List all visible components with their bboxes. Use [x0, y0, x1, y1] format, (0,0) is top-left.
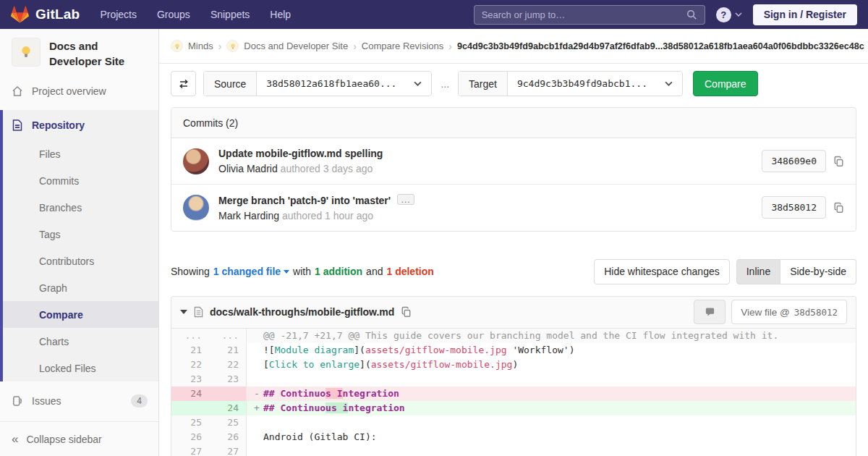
old-line-number[interactable]	[171, 401, 209, 415]
new-line-number[interactable]: 21	[209, 343, 247, 358]
old-line-number[interactable]: 22	[171, 358, 209, 372]
project-context-header[interactable]: Docs and Developer Site	[0, 29, 158, 77]
copy-file-path-button[interactable]	[401, 306, 412, 318]
ref-range-separator: ...	[441, 78, 449, 90]
group-avatar	[171, 40, 183, 52]
nav-link-projects[interactable]: Projects	[100, 9, 137, 20]
chevron-down-icon	[414, 81, 422, 86]
nav-link-snippets[interactable]: Snippets	[210, 9, 250, 20]
code-segment: [	[263, 359, 269, 370]
diff-view-toggle-group: Inline Side-by-side	[736, 259, 856, 284]
inline-view-button[interactable]: Inline	[736, 259, 780, 284]
breadcrumb-group[interactable]: Minds	[188, 41, 213, 51]
sidebar-item-repository[interactable]: Repository	[0, 110, 158, 140]
sidebar-item-commits[interactable]: Commits	[0, 167, 158, 194]
breadcrumb-current-range: 9c4d9c3b3b49fd9abcb1fda29d4b97af2f6dfab9…	[457, 41, 864, 51]
commit-row: Merge branch 'patch-9' into 'master'... …	[171, 184, 856, 231]
search-icon[interactable]	[686, 9, 697, 20]
sidebar-item-branches[interactable]: Branches	[0, 194, 158, 221]
sidebar-item-graph[interactable]: Graph	[0, 274, 158, 301]
sidebar-item-project-overview[interactable]: Project overview	[0, 77, 158, 104]
new-line-number[interactable]: ...	[209, 329, 247, 343]
old-line-number[interactable]: 27	[171, 444, 209, 456]
code-segment: ## Continuo	[263, 388, 326, 399]
commit-author-name[interactable]: Olivia Madrid	[218, 163, 278, 174]
breadcrumb-compare-revisions[interactable]: Compare Revisions	[362, 41, 443, 51]
new-line-number[interactable]: 27	[209, 444, 247, 456]
sidebar-item-charts[interactable]: Charts	[0, 328, 158, 355]
code-segment: ntegration	[348, 402, 404, 413]
hide-whitespace-button[interactable]: Hide whitespace changes	[594, 259, 730, 284]
new-line-number[interactable]	[209, 387, 247, 401]
help-icon[interactable]: ?	[716, 7, 731, 22]
target-ref-dropdown[interactable]: 9c4d9c3b3b49fd9abcb1...	[508, 72, 682, 96]
toggle-comments-button[interactable]	[694, 300, 726, 324]
new-line-number[interactable]: 25	[209, 415, 247, 430]
code-segment: Click to enlarge	[269, 359, 359, 370]
sidebar-item-contributors[interactable]: Contributors	[0, 248, 158, 274]
code-segment: ](	[354, 345, 365, 355]
old-line-number[interactable]: 24	[171, 387, 209, 401]
sidebar-item-locked-files[interactable]: Locked Files	[0, 355, 158, 381]
copy-sha-button[interactable]	[833, 156, 844, 167]
old-line-number[interactable]: 25	[171, 415, 209, 430]
source-ref-dropdown[interactable]: 38d58012a618fb1aea60...	[257, 72, 431, 96]
collapse-file-caret-icon[interactable]	[180, 310, 187, 314]
project-crumb-avatar	[226, 40, 239, 52]
commit-description-expander[interactable]: ...	[397, 194, 414, 205]
old-line-number[interactable]: 23	[171, 372, 209, 387]
code-segment: ntegration	[343, 388, 399, 399]
sidebar-item-files[interactable]: Files	[0, 140, 158, 167]
sidebar-item-issues[interactable]: Issues 4	[0, 387, 158, 414]
sidebar-item-compare[interactable]: Compare	[0, 301, 158, 328]
search-input[interactable]	[482, 9, 686, 20]
view-file-button[interactable]: View file @ 38d58012	[731, 300, 847, 324]
breadcrumb-project[interactable]: Docs and Developer Site	[244, 41, 348, 51]
old-line-number[interactable]: 26	[171, 430, 209, 444]
target-label: Target	[459, 72, 508, 96]
help-menu[interactable]: ?	[716, 7, 742, 22]
diff-line: 2121![Module diagram](assets/gitflow-mob…	[171, 343, 856, 358]
source-label: Source	[204, 72, 257, 96]
nav-link-groups[interactable]: Groups	[157, 9, 190, 20]
new-line-number[interactable]: 26	[209, 430, 247, 444]
swap-revisions-button[interactable]	[171, 71, 196, 96]
commit-title-link[interactable]: Merge branch 'patch-9' into 'master'	[218, 195, 391, 206]
diff-line: 2222[Click to enlarge](assets/gitflow-mo…	[171, 358, 856, 372]
project-avatar	[12, 38, 41, 67]
commit-title-link[interactable]: Update mobile-gitflow.md spelling	[218, 148, 383, 159]
copy-sha-button[interactable]	[833, 202, 844, 214]
caret-down-icon[interactable]	[284, 270, 289, 274]
code-segment: ![	[263, 345, 275, 355]
collapse-sidebar-button[interactable]: « Collapse sidebar	[0, 421, 158, 456]
old-line-number[interactable]: 21	[171, 343, 209, 358]
side-by-side-view-button[interactable]: Side-by-side	[780, 259, 856, 284]
diff-file-path[interactable]: docs/walk-throughs/mobile-gitflow.md	[210, 306, 394, 318]
commit-short-sha[interactable]: 348609e0	[762, 150, 826, 172]
old-line-number[interactable]: ...	[171, 329, 209, 343]
target-ref-value: 9c4d9c3b3b49fd9abcb1...	[517, 78, 647, 89]
nav-link-help[interactable]: Help	[270, 9, 291, 20]
diff-line: ......@@ -21,7 +21,7 @@ This guide cover…	[171, 329, 856, 343]
code-segment: )	[569, 345, 575, 355]
commit-author-name[interactable]: Mark Harding	[218, 210, 279, 221]
diff-summary-row: Showing 1 changed file with 1 addition a…	[171, 259, 856, 284]
gitlab-brand[interactable]: GitLab	[11, 6, 80, 23]
sidebar-item-tags[interactable]: Tags	[0, 221, 158, 248]
compare-form: Source 38d58012a618fb1aea60... ... Targe…	[171, 71, 856, 96]
global-search[interactable]	[474, 5, 705, 25]
diff-line-code: [Click to enlarge](assets/gitflow-mobile…	[247, 358, 856, 372]
commit-author-avatar[interactable]	[183, 148, 209, 174]
sign-in-register-button[interactable]: Sign in / Register	[753, 4, 857, 25]
code-segment: 'Workflow'	[507, 345, 569, 355]
changed-files-dropdown[interactable]: 1 changed file	[213, 266, 281, 277]
diff-line-code	[247, 372, 856, 387]
commit-author-avatar[interactable]	[183, 195, 209, 221]
new-line-number[interactable]: 22	[209, 358, 247, 372]
summary-and: and	[366, 266, 383, 277]
new-line-number[interactable]: 23	[209, 372, 247, 387]
compare-button[interactable]: Compare	[693, 71, 758, 96]
commit-short-sha[interactable]: 38d58012	[762, 196, 826, 219]
gitlab-tanuki-icon	[11, 6, 29, 23]
new-line-number[interactable]: 24	[209, 401, 247, 415]
